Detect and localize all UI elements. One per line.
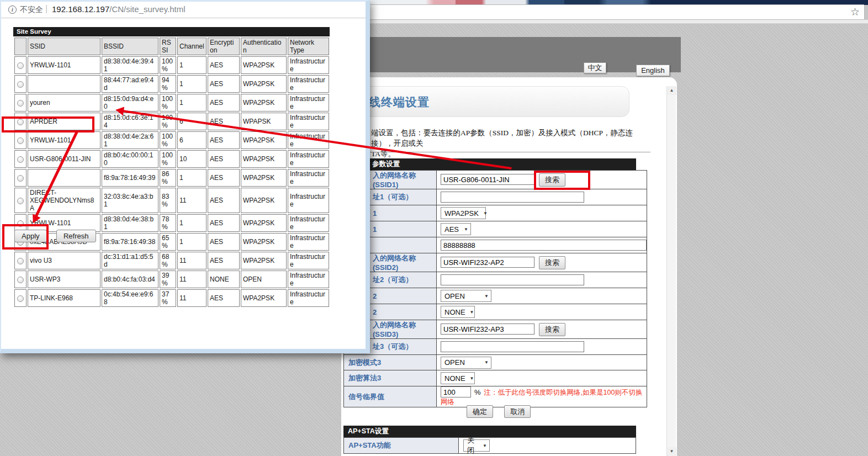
bssid3-input[interactable]	[441, 341, 584, 352]
signal-threshold-input[interactable]	[441, 386, 471, 397]
rssi-header: RSSI	[160, 38, 176, 55]
row-radio-button[interactable]	[17, 137, 24, 144]
network-type-cell: Infrastructure	[288, 94, 329, 112]
enc-algo3-select[interactable]: NONE▼	[441, 372, 475, 384]
channel-cell: 1	[177, 233, 207, 251]
network-type-cell: Infrastructure	[288, 150, 329, 168]
ssid1-search-button[interactable]: 搜索	[539, 173, 565, 187]
apsta-function-select[interactable]: 关闭▼	[463, 439, 490, 452]
encryption-cell: AES	[208, 289, 240, 307]
signal-threshold-label: 信号临界值	[344, 386, 437, 407]
site-survey-table: SSID BSSID RSSI Channel Encryption Authe…	[13, 36, 330, 308]
browser-address-bar[interactable]: ☆	[364, 4, 865, 20]
table-row: USR-WP3 d8:b0:4c:fa:03:d4 39% 11 NONE OP…	[14, 271, 329, 288]
apply-button[interactable]: Apply	[14, 230, 47, 242]
row-radio-button[interactable]	[17, 220, 24, 227]
authentication-header: Authentication	[241, 38, 287, 55]
refresh-button[interactable]: Refresh	[56, 230, 96, 242]
scroll-up-icon[interactable]: ▲	[667, 86, 676, 95]
network-type-cell: Infrastructure	[288, 289, 329, 307]
rssi-cell: 100%	[160, 113, 176, 130]
chevron-down-icon: ▼	[484, 360, 489, 365]
sta-settings-form: 入的网络名称(SSID1) 搜索 址1（可选） 1 WPA2PSK▼ 1 AES…	[343, 170, 647, 407]
cancel-button[interactable]: 取消	[504, 405, 531, 418]
ssid2-input[interactable]	[441, 257, 534, 268]
channel-cell: 6	[177, 131, 207, 149]
page-title: 线终端设置	[369, 94, 430, 110]
rssi-cell: 100%	[160, 150, 176, 168]
ssid-cell: USR-G806-0011-JIN	[28, 150, 100, 168]
scroll-down-icon[interactable]: ▼	[667, 447, 676, 456]
ssid-cell	[28, 75, 100, 93]
bssid-cell: d8:15:0d:c6:3e:14	[102, 113, 158, 130]
enc-algo2-value: NONE	[444, 308, 465, 316]
table-row: YRWLW-1101 d8:38:0d:4e:39:41 100% 1 AES …	[14, 56, 329, 74]
apsta-function-value: 关闭	[467, 436, 478, 455]
enc-mode2-value: OPEN	[444, 292, 465, 300]
ssid3-search-button[interactable]: 搜索	[539, 323, 565, 336]
ssid1-input[interactable]	[441, 174, 534, 185]
row-radio-button[interactable]	[17, 175, 24, 182]
row-radio-button[interactable]	[17, 156, 24, 163]
row-radio-button[interactable]	[17, 277, 24, 283]
enc-algo3-value: NONE	[444, 374, 465, 383]
site-survey-section-header: Site Survey	[13, 27, 330, 36]
url-host: 192.168.12.197	[52, 4, 109, 14]
network-type-cell: Infrastructure	[288, 233, 329, 251]
enc-mode1-select[interactable]: WPA2PSK▼	[441, 207, 486, 219]
enc-mode3-select[interactable]: OPEN▼	[441, 357, 491, 369]
frame-scrollbar[interactable]: ▲ ▼	[666, 86, 676, 456]
chevron-down-icon: ▼	[483, 211, 488, 216]
ssid2-search-button[interactable]: 搜索	[539, 256, 565, 269]
authentication-cell: WPA2PSK	[241, 150, 287, 168]
enc-mode2-select[interactable]: OPEN▼	[441, 290, 491, 302]
ssid-cell: USR-WP3	[28, 271, 100, 288]
ssid-cell	[28, 169, 100, 187]
radio-header	[14, 38, 27, 55]
row-radio-button[interactable]	[17, 198, 24, 204]
bookmark-star-icon[interactable]: ☆	[850, 6, 860, 18]
rssi-cell: 83%	[160, 188, 176, 213]
radio-cell	[14, 289, 27, 307]
ssid3-input[interactable]	[441, 324, 534, 335]
encryption-cell: AES	[208, 252, 240, 269]
row-radio-button[interactable]	[17, 62, 24, 69]
info-icon[interactable]: i	[8, 6, 17, 14]
network-type-cell: Infrastructure	[288, 214, 329, 232]
popup-address-bar[interactable]: i 不安全 | 192.168.12.197/CN/site_survey.ht…	[1, 2, 366, 18]
row-radio-button[interactable]	[17, 295, 24, 302]
row-radio-button[interactable]	[17, 258, 24, 264]
enc-algo1-select[interactable]: AES▼	[441, 223, 471, 235]
rssi-cell: 100%	[160, 94, 176, 112]
channel-cell: 1	[177, 169, 207, 187]
channel-cell: 1	[177, 56, 207, 74]
page-description: 端设置，包括：要去连接的AP参数（SSID，加密）及接入模式（DHCP，静态连接…	[371, 128, 642, 159]
rssi-cell: 39%	[160, 271, 176, 288]
bssid1-input[interactable]	[441, 192, 584, 203]
lang-english-button[interactable]: English	[636, 65, 670, 76]
table-row: f8:9a:78:16:49:39 86% 1 AES WPA2PSK Infr…	[14, 169, 329, 187]
radio-cell	[14, 94, 27, 112]
row-radio-button[interactable]	[17, 81, 24, 88]
rssi-cell: 94%	[160, 75, 176, 93]
network-type-cell: Infrastructure	[288, 131, 329, 149]
lang-chinese-button[interactable]: 中文	[584, 62, 606, 73]
authentication-cell: WPA2PSK	[241, 214, 287, 232]
encryption-cell: AES	[208, 150, 240, 168]
password1-input[interactable]	[441, 240, 647, 251]
table-row: APRDER d8:15:0d:c6:3e:14 100% 6 AES WPAP…	[14, 113, 329, 130]
enc-algo2-select[interactable]: NONE▼	[441, 306, 475, 318]
bssid2-input[interactable]	[441, 274, 584, 285]
authentication-cell: WPA2PSK	[241, 75, 287, 93]
row-radio-button[interactable]	[17, 100, 24, 107]
url-path: /CN/site_survey.html	[109, 4, 185, 14]
ssid-cell: YRWLW-1101	[28, 56, 100, 74]
channel-cell: 1	[177, 214, 207, 232]
row-radio-button[interactable]	[17, 119, 24, 125]
encryption-cell: NONE	[208, 271, 240, 288]
table-row: TP-LINK-E968 0c:4b:54:ee:e9:68 37% 11 AE…	[14, 289, 329, 307]
ok-button[interactable]: 确定	[467, 405, 493, 418]
enc-mode1-value: WPA2PSK	[444, 209, 479, 218]
rssi-cell: 37%	[160, 289, 176, 307]
chevron-down-icon: ▼	[483, 443, 487, 448]
